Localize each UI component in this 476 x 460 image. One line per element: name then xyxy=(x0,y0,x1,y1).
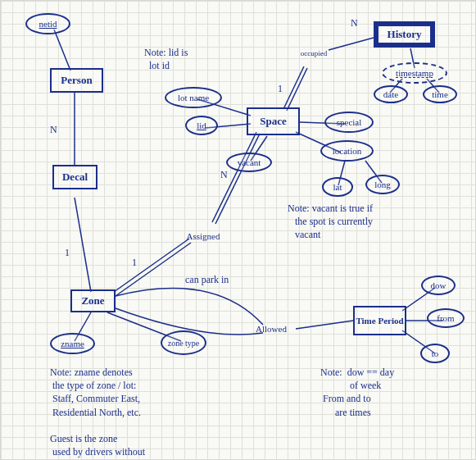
attr-netid-label: netid xyxy=(39,19,57,29)
entity-zone-label: Zone xyxy=(81,294,104,307)
attr-lot-name: lot name xyxy=(165,87,222,108)
attr-timestamp-label: timestamp xyxy=(396,68,433,78)
entity-time-period: Time Period xyxy=(353,306,406,335)
attr-lid: lid xyxy=(185,116,218,135)
attr-special: special xyxy=(324,112,374,133)
attr-dow-label: dow xyxy=(431,280,447,290)
attr-zone-type-label: zone type xyxy=(168,339,200,348)
card-space-occupied: 1 xyxy=(278,83,283,95)
entity-decal-label: Decal xyxy=(62,171,88,184)
entity-space-label: Space xyxy=(260,115,287,128)
entity-person-label: Person xyxy=(61,74,92,87)
rel-allowed-label: Allowed xyxy=(256,324,287,334)
attr-lat: lat xyxy=(322,177,353,197)
label-can-park-in: can park in xyxy=(185,274,229,286)
attr-dow: dow xyxy=(421,276,456,295)
svg-line-2 xyxy=(75,198,91,292)
attr-date-label: date xyxy=(383,89,398,99)
card-space-assigned: N xyxy=(220,169,228,181)
attr-zname: zname xyxy=(50,333,95,354)
note-lid: Note: lid is lot id xyxy=(144,46,188,72)
attr-to-label: to xyxy=(432,348,439,358)
attr-lat-label: lat xyxy=(333,182,342,192)
card-decal-zone: 1 xyxy=(65,247,70,259)
rel-assigned-label: Assigned xyxy=(187,231,220,241)
rel-occupied: occupied xyxy=(288,27,340,80)
entity-space: Space xyxy=(247,107,300,135)
attr-netid: netid xyxy=(25,13,70,34)
svg-line-7 xyxy=(212,132,256,222)
attr-to: to xyxy=(420,344,450,363)
note-dow: Note: dow == day of week From and to are… xyxy=(320,366,394,419)
card-person-decal: N xyxy=(50,124,57,136)
card-history-occupied: N xyxy=(351,17,358,30)
rel-occupied-label: occupied xyxy=(301,49,327,57)
attr-zname-label: zname xyxy=(61,339,84,348)
attr-location: location xyxy=(320,140,374,162)
svg-line-22 xyxy=(296,321,353,329)
attr-lot-name-label: lot name xyxy=(178,93,209,102)
entity-history-label: History xyxy=(388,28,422,41)
entity-decal: Decal xyxy=(52,165,97,189)
entity-zone: Zone xyxy=(70,289,116,312)
er-diagram: netid lot name lid vacant special locati… xyxy=(0,0,476,460)
svg-line-0 xyxy=(54,30,70,71)
attr-from-label: from xyxy=(437,313,454,323)
attr-lid-label: lid xyxy=(197,121,206,130)
attr-special-label: special xyxy=(337,117,362,127)
attr-time-label: time xyxy=(432,89,448,99)
attr-vacant-label: vacant xyxy=(238,157,261,167)
attr-timestamp: timestamp xyxy=(382,62,447,84)
card-zone-assigned: 1 xyxy=(132,257,137,269)
attr-long-label: long xyxy=(374,180,391,189)
attr-vacant: vacant xyxy=(226,153,272,172)
attr-location-label: location xyxy=(333,146,361,156)
note-vacant: Note: vacant is true if the spot is curr… xyxy=(288,202,373,242)
rel-allowed: Allowed xyxy=(245,303,297,355)
note-zname: Note: zname denotes the type of zone / l… xyxy=(50,366,145,460)
entity-person: Person xyxy=(50,68,103,93)
attr-date: date xyxy=(374,85,408,103)
attr-zone-type: zone type xyxy=(161,330,206,355)
entity-history: History xyxy=(374,21,435,48)
attr-long: long xyxy=(365,175,400,194)
rel-assigned: Assigned xyxy=(177,210,229,262)
attr-from: from xyxy=(427,308,465,328)
entity-time-period-label: Time Period xyxy=(356,316,403,326)
attr-time: time xyxy=(423,85,457,103)
